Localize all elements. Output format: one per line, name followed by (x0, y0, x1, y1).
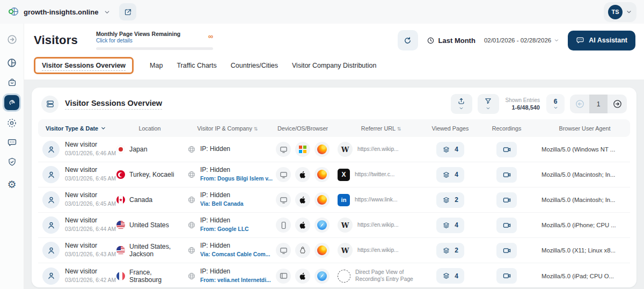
sidebar-item-visitors[interactable] (3, 93, 21, 112)
visitor-icon (42, 141, 60, 158)
column-visitor-ip-company[interactable]: Visitor IP & Company ⇅ (185, 125, 270, 132)
apple-icon (295, 218, 310, 233)
sort-updown-icon: ⇅ (254, 126, 258, 132)
tab-visitor-company-distribution[interactable]: Visitor Company Distribution (292, 62, 376, 69)
user-agent: Mozilla/5.0 (iPad; CPU O... (539, 273, 630, 279)
safari-icon (314, 269, 330, 284)
ai-assistant-button[interactable]: AI Assistant (568, 31, 635, 50)
date-range-picker[interactable]: 02/01/2026 - 02/28/2026 (484, 37, 559, 44)
video-camera-icon (502, 196, 511, 205)
wikipedia-icon: W (338, 142, 353, 157)
table-row[interactable]: New visitor03/01/2026, 6:43 AM United St… (38, 238, 630, 263)
recording-button[interactable] (496, 243, 517, 258)
sidebar-item-settings[interactable]: ⚙ (3, 175, 21, 193)
refresh-icon (403, 36, 412, 45)
table-row[interactable]: New visitor03/01/2026, 6:45 AM Canada IP… (38, 187, 630, 213)
current-page[interactable]: 1 (589, 95, 608, 113)
account-menu[interactable]: TS (604, 2, 636, 22)
visitor-company[interactable]: From: velia.net Internetdi... (200, 277, 271, 283)
table-header: Visitor Type & Date Location Visitor IP … (38, 119, 630, 137)
table-row[interactable]: New visitor03/01/2026, 6:45 AM Turkey, K… (38, 162, 630, 187)
export-button[interactable] (451, 94, 472, 114)
table-icon (41, 96, 58, 113)
site-selector[interactable]: growth-insights.online (9, 7, 111, 17)
recording-button[interactable] (496, 268, 517, 284)
user-agent: Mozilla/5.0 (Macintosh; In... (539, 171, 630, 178)
table-row[interactable]: New visitor03/01/2026, 6:44 AM United St… (38, 213, 630, 238)
referrer-url[interactable]: https://en.wikip... (357, 146, 399, 153)
visitor-icon (42, 268, 60, 285)
referrer-url[interactable]: https://www.link... (355, 197, 398, 204)
column-visitor-type-date[interactable]: Visitor Type & Date (38, 125, 114, 132)
sort-updown-icon: ⇅ (397, 126, 401, 132)
tab-visitor-sessions-overview[interactable]: Visitor Sessions Overview (34, 57, 134, 74)
next-page-button[interactable] (608, 95, 627, 113)
visitor-type: New visitor (65, 166, 97, 174)
sidebar-item-collapse[interactable] (3, 30, 21, 48)
sidebar-item-dashboard[interactable] (3, 54, 21, 72)
visitor-company[interactable]: From: Google LLC (200, 226, 248, 232)
location: France, Strasbourg (129, 269, 183, 284)
video-camera-icon (502, 246, 511, 255)
visitor-company[interactable]: Via: Comcast Cable Com... (200, 251, 270, 257)
open-site-button[interactable] (119, 3, 136, 20)
tab-traffic-charts[interactable]: Traffic Charts (177, 62, 216, 69)
column-referrer-url[interactable]: Referrer URL ⇅ (335, 125, 427, 132)
tab-countries-cities[interactable]: Countries/Cities (231, 62, 278, 69)
filter-button[interactable] (478, 94, 499, 114)
location: Japan (129, 146, 148, 153)
clock-icon (427, 37, 435, 45)
page-size-selector[interactable]: 6 (546, 94, 565, 114)
recording-button[interactable] (496, 167, 517, 183)
wikipedia-icon: W (338, 218, 353, 233)
recording-button[interactable] (496, 142, 517, 157)
user-agent: Mozilla/5.0 (Windows NT ... (539, 146, 630, 153)
shield-check-icon (7, 157, 17, 167)
visitor-company[interactable]: Via: Bell Canada (200, 201, 244, 207)
sidebar-item-privacy[interactable] (3, 153, 21, 171)
chevron-down-icon (486, 106, 491, 111)
visitor-company[interactable]: From: Dogus Bilgi Islem v... (200, 176, 273, 182)
period-selector[interactable]: Last Month (427, 37, 475, 45)
table-row[interactable]: New visitor03/01/2026, 6:42 AM France, S… (38, 263, 630, 288)
desktop-icon (276, 167, 291, 182)
card-title: Visitor Sessions Overview (65, 99, 162, 110)
japan-flag-icon (116, 145, 125, 154)
referrer-url[interactable]: https://twitter.c... (355, 171, 394, 178)
sidebar-item-recordings[interactable] (3, 114, 21, 132)
quota-widget: Monthly Page Views Remaining Click for d… (96, 31, 213, 50)
site-favicon-icon (9, 7, 18, 17)
canada-flag-icon (116, 196, 125, 204)
chevron-down-icon (626, 9, 632, 15)
sidebar-item-store[interactable] (3, 73, 21, 91)
referrer-url[interactable]: https://en.wikip... (357, 222, 399, 229)
refresh-button[interactable] (398, 30, 418, 50)
period-label: Last Month (438, 37, 475, 45)
quota-progress-bar (96, 47, 213, 50)
layers-icon (442, 146, 450, 154)
recording-button[interactable] (496, 218, 517, 233)
content-area: Visitor Sessions Overview Sh (24, 80, 644, 289)
table-row[interactable]: New visitor03/01/2026, 6:46 AM Japan IP:… (38, 137, 630, 162)
layers-icon (442, 272, 450, 280)
column-recordings: Recordings (474, 125, 539, 132)
sidebar-item-feedback[interactable] (3, 133, 21, 151)
shown-entries-value: 1-6/48,540 (506, 104, 540, 111)
globe-icon (187, 196, 196, 204)
visitor-ip: IP: Hidden (200, 216, 230, 224)
viewed-pages-badge: 4 (436, 268, 464, 284)
user-agent: Mozilla/5.0 (Macintosh; In... (539, 197, 630, 203)
referrer-url[interactable]: https://en.wikip... (357, 247, 399, 254)
visitor-icon (42, 216, 60, 234)
arrow-right-circle-icon (612, 99, 623, 109)
pagination: 1 (570, 95, 627, 113)
export-icon (457, 97, 465, 105)
tab-map[interactable]: Map (150, 62, 163, 69)
recording-button[interactable] (496, 192, 517, 208)
linkedin-icon: in (338, 194, 350, 206)
sort-chevron-icon (100, 125, 106, 131)
firefox-icon (314, 192, 330, 207)
previous-page-button[interactable] (570, 95, 589, 113)
quota-details-link[interactable]: Click for details (96, 38, 180, 44)
page-size-value: 6 (554, 98, 558, 105)
